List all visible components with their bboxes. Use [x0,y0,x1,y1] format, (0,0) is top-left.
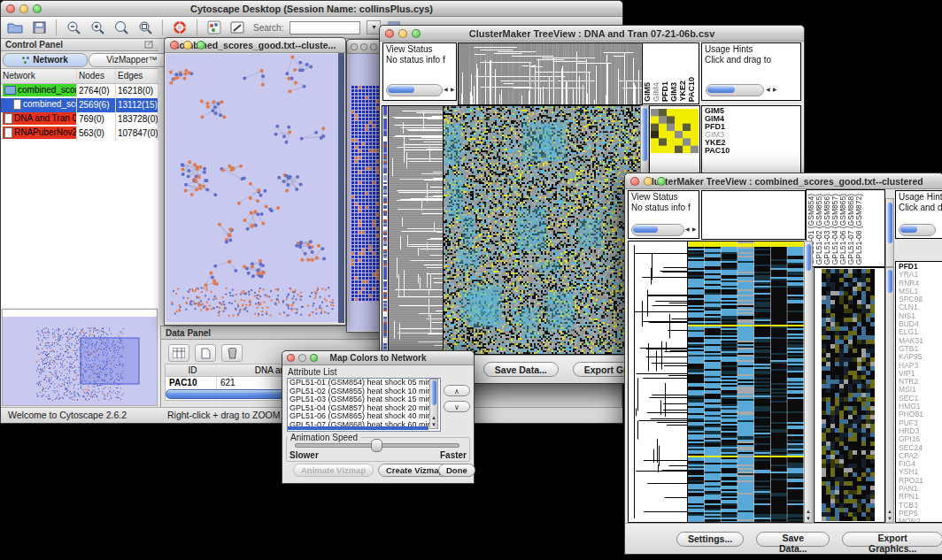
network-row[interactable]: DNA and Tran 07 769(0) 183728(0) [1,112,158,127]
attribute-list[interactable]: GPL51-01 (GSM854) heat shock 05 minGPL51… [287,378,441,432]
gene-label[interactable]: PAC10 [705,147,800,155]
close-button[interactable] [385,29,394,38]
close-button[interactable] [170,41,179,50]
move-up-button[interactable]: ∧ [444,385,470,396]
zoom-button[interactable] [197,41,205,50]
scroll-up-icon[interactable]: ▲ [431,415,436,420]
zoom-button[interactable] [412,29,421,38]
window-title: Cytoscape Desktop (Session Name: collins… [1,4,622,14]
close-button[interactable] [351,43,358,50]
move-down-button[interactable]: ∨ [444,401,470,412]
zoom-out-icon[interactable] [65,19,82,35]
usage-hints-hscrollbar[interactable] [706,84,764,96]
annotation-icon[interactable] [229,19,247,35]
dialog-titlebar[interactable]: Map Colors to Network [282,351,474,365]
network-row[interactable]: combined_sco 2569(6) 13112(15) [1,98,158,112]
select-attributes-icon[interactable] [168,344,189,362]
network-canvas[interactable] [166,54,338,322]
tv2-labels-vscrollbar[interactable] [885,198,894,267]
zoom-button[interactable] [370,43,377,50]
float-panel-icon[interactable] [144,40,154,50]
scroll-left-icon[interactable]: ◀ [444,86,448,92]
network-nodes: 563(0) [77,127,116,141]
col-id[interactable]: ID [166,364,217,376]
column-label[interactable]: GIM5 [644,82,652,102]
zoom-fit-icon[interactable] [112,19,130,35]
treeview-button[interactable]: Save Data... [483,362,559,377]
tv2-heatmap[interactable] [687,241,805,523]
delete-attribute-icon[interactable] [221,344,243,362]
scroll-down-icon[interactable]: ▼ [431,422,436,427]
column-label[interactable]: GIM4 [652,82,660,102]
tv2-column-dendrogram[interactable] [701,190,806,240]
help-icon[interactable] [171,19,189,35]
treeview2-titlebar[interactable]: ClusterMaker TreeView : combined_scores_… [625,173,942,189]
scroll-up-icon[interactable]: ▲ [806,509,811,514]
zoom-selected-icon[interactable] [136,19,154,35]
scroll-left-icon[interactable]: ◀ [766,86,770,92]
tv2-zoom-heatmap[interactable] [822,269,875,521]
birdseye-panel[interactable] [2,309,158,406]
cytoscape-titlebar[interactable]: Cytoscape Desktop (Session Name: collins… [1,1,622,17]
zoom-in-icon[interactable] [89,19,106,35]
column-label[interactable]: YKE2 [679,81,687,102]
treeview-button[interactable]: Settings... [676,532,744,547]
treeview-button[interactable]: Export Graphics... [842,532,942,547]
minimize-button[interactable] [644,177,652,186]
search-label: Search: [253,23,283,33]
scroll-down-icon[interactable]: ▼ [806,516,811,521]
vizmapper-icon[interactable] [205,19,223,35]
column-label[interactable]: GPL51-08 (GSM872) [855,194,863,265]
scroll-up-icon[interactable]: ▲ [887,509,892,514]
done-button[interactable]: Done [438,464,475,477]
column-label[interactable]: PFD1 [661,81,669,102]
treeview-button[interactable]: Save Data... [756,532,830,547]
network-scroll-strip[interactable] [338,53,344,323]
minimize-button[interactable] [360,43,367,50]
tv2-zoom-vscrollbar[interactable]: ▲ ▼ [885,267,894,523]
animate-vizmap-button[interactable]: Animate Vizmap [293,464,374,477]
tab-vizmapper[interactable]: VizMapper™ [89,53,175,67]
new-attribute-icon[interactable] [195,344,216,362]
column-label[interactable]: GIM3 [670,82,678,102]
usage-hints-hscrollbar[interactable] [899,224,936,236]
scroll-right-icon[interactable]: ▶ [692,226,697,232]
search-input[interactable] [290,21,360,35]
column-dendrogram[interactable] [458,42,643,105]
tab-network[interactable]: Network [3,53,88,67]
scroll-right-icon[interactable]: ▶ [773,86,777,92]
close-button[interactable] [287,354,295,362]
birdseye-view[interactable] [3,310,157,405]
close-button[interactable] [630,177,639,186]
zoom-button[interactable] [310,354,318,362]
tv1-zoom-heatmap[interactable] [651,109,699,153]
tv2-heat-vscrollbar[interactable]: ▲ ▼ [804,241,813,523]
attribute-list-vscrollbar[interactable]: ▲ ▼ [429,379,438,429]
zoom-button[interactable] [657,177,666,186]
minimize-button[interactable] [298,354,306,362]
open-icon[interactable] [6,19,24,35]
scroll-right-icon[interactable]: ▶ [451,86,455,92]
scroll-left-icon[interactable]: ◀ [685,226,690,232]
network-row[interactable]: RNAPuberNov2+ 563(0) 107847(0) [1,127,158,141]
network-view-titlebar[interactable]: combined_scores_good.txt--cluste... [165,38,345,53]
zoom-button[interactable] [33,4,42,13]
row-id: PAC10 [169,378,197,387]
network-name: DNA and Tran 07 [14,112,77,126]
tv2-row-dendrogram[interactable] [628,241,688,523]
speed-slider-thumb[interactable] [371,439,382,452]
view-status-hscrollbar[interactable] [631,224,684,236]
row-dendrogram[interactable] [388,105,444,355]
close-button[interactable] [6,4,15,13]
tv1-heatmap[interactable] [443,105,641,355]
column-label[interactable]: PAC10 [688,77,696,102]
treeview1-titlebar[interactable]: ClusterMaker TreeView : DNA and Tran 07-… [380,26,804,42]
view-status-hscrollbar[interactable] [386,84,443,96]
minimize-button[interactable] [398,29,407,38]
save-icon[interactable] [30,19,48,35]
scroll-down-icon[interactable]: ▼ [887,516,892,521]
minimize-button[interactable] [183,41,192,50]
network-row[interactable]: combined_scores_ 2764(0) 16218(0) [1,84,158,98]
animation-speed-label: Animation Speed [288,433,360,442]
minimize-button[interactable] [19,4,28,13]
